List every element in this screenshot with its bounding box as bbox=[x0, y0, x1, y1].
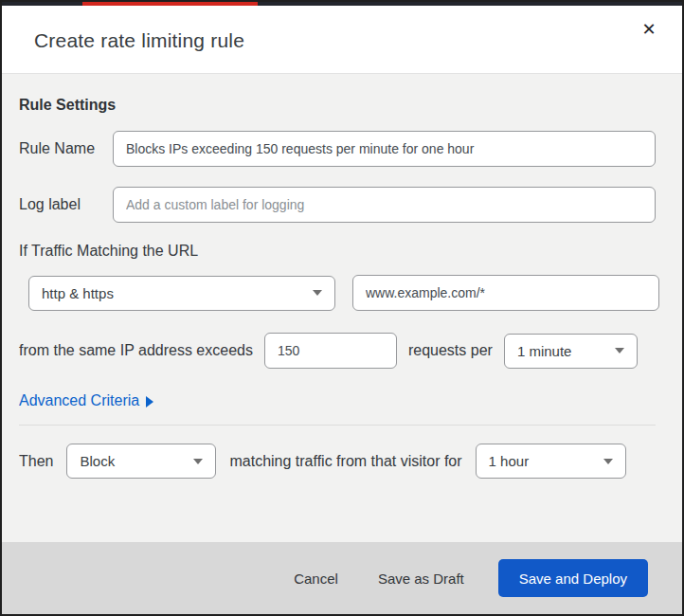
url-pattern-input[interactable] bbox=[352, 275, 659, 311]
action-middle-text: matching traffic from that visitor for bbox=[229, 453, 461, 470]
period-select-value: 1 minute bbox=[517, 343, 572, 359]
rule-name-row: Rule Name bbox=[19, 131, 656, 167]
action-select[interactable]: Block bbox=[66, 444, 216, 479]
url-match-row: http & https bbox=[28, 275, 656, 311]
rule-name-input[interactable] bbox=[113, 131, 656, 167]
action-row: Then Block matching traffic from that vi… bbox=[19, 444, 656, 479]
modal-header: Create rate limiting rule ✕ bbox=[2, 2, 682, 74]
rate-limit-modal: Create rate limiting rule ✕ Rule Setting… bbox=[0, 0, 684, 616]
expand-arrow-icon bbox=[146, 396, 153, 408]
duration-select-value: 1 hour bbox=[489, 453, 530, 469]
background-page-remnant bbox=[2, 2, 682, 6]
log-label-row: Log label bbox=[19, 187, 656, 223]
modal-footer: Cancel Save as Draft Save and Deploy bbox=[2, 542, 682, 614]
log-label-label: Log label bbox=[19, 196, 113, 213]
rule-name-label: Rule Name bbox=[19, 140, 113, 157]
close-icon[interactable]: ✕ bbox=[637, 17, 661, 42]
threshold-middle-text: requests per bbox=[408, 342, 493, 359]
save-as-draft-button[interactable]: Save as Draft bbox=[372, 563, 470, 594]
action-select-value: Block bbox=[80, 453, 115, 469]
scheme-select-value: http & https bbox=[42, 285, 114, 301]
chevron-down-icon bbox=[603, 459, 613, 464]
then-label: Then bbox=[19, 453, 53, 470]
advanced-criteria-link[interactable]: Advanced Criteria bbox=[19, 392, 153, 409]
modal-title: Create rate limiting rule bbox=[34, 29, 244, 52]
duration-select[interactable]: 1 hour bbox=[476, 444, 626, 479]
scheme-select[interactable]: http & https bbox=[28, 276, 335, 311]
section-divider bbox=[19, 425, 656, 426]
save-and-deploy-button[interactable]: Save and Deploy bbox=[498, 559, 648, 597]
rule-settings-heading: Rule Settings bbox=[19, 97, 656, 114]
traffic-match-heading: If Traffic Matching the URL bbox=[19, 243, 656, 260]
threshold-row: from the same IP address exceeds request… bbox=[19, 333, 656, 369]
chevron-down-icon bbox=[313, 290, 322, 296]
chevron-down-icon bbox=[615, 348, 624, 353]
threshold-prefix-text: from the same IP address exceeds bbox=[19, 342, 253, 359]
background-red-bar bbox=[82, 2, 258, 6]
modal-body: Rule Settings Rule Name Log label If Tra… bbox=[2, 74, 682, 542]
request-count-input[interactable] bbox=[264, 333, 397, 369]
cancel-button[interactable]: Cancel bbox=[288, 563, 344, 594]
advanced-criteria-label: Advanced Criteria bbox=[19, 392, 139, 409]
chevron-down-icon bbox=[193, 459, 203, 464]
period-select[interactable]: 1 minute bbox=[504, 334, 638, 369]
log-label-input[interactable] bbox=[113, 187, 656, 223]
